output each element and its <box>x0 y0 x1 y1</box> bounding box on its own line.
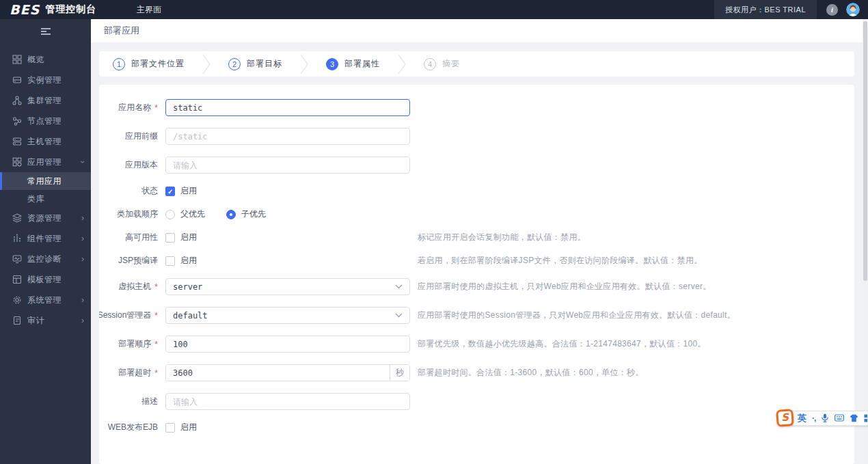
form-row-session-manager: Session管理器*default应用部署时使用的Session管理器，只对W… <box>99 307 854 324</box>
sidebar-item-component[interactable]: 组件管理› <box>0 228 91 249</box>
status-label: 状态 <box>99 185 158 197</box>
app-version-input[interactable] <box>165 156 410 174</box>
virtual-host-select[interactable]: server <box>165 278 410 295</box>
high-availability-checkbox-label: 启用 <box>180 232 197 243</box>
sidebar-item-node[interactable]: 节点管理 <box>0 111 91 131</box>
sidebar-item-cluster[interactable]: 集群管理 <box>0 90 91 111</box>
sidebar-item-label: 系统管理 <box>27 295 81 306</box>
session-manager-control: default <box>165 307 410 324</box>
app-prefix-label: 应用前缀 <box>99 131 158 142</box>
tab-main-ui[interactable]: 主界面 <box>137 4 161 16</box>
sidebar-item-monitor[interactable]: 监控诊断› <box>0 249 91 269</box>
jsp-precompile-label: JSP预编译 <box>99 255 158 267</box>
high-availability-checkbox[interactable] <box>165 233 175 243</box>
wizard-step-4[interactable]: 4摘要 <box>424 58 460 70</box>
class-load-order-radio-0[interactable] <box>165 210 175 219</box>
sidebar-item-label: 模板管理 <box>27 274 84 286</box>
sidebar-item-label: 常用应用 <box>27 176 84 187</box>
sidebar-item-common-app[interactable]: 常用应用 <box>0 172 91 190</box>
sidebar-item-host[interactable]: 主机管理 <box>0 131 91 152</box>
app-name-label: 应用名称* <box>99 102 158 113</box>
ime-punctuation-toggle[interactable]: ·, <box>812 413 815 423</box>
microphone-icon[interactable] <box>821 413 829 422</box>
class-load-order-radio-1[interactable] <box>226 210 236 219</box>
deploy-timeout-input[interactable] <box>166 365 390 381</box>
deploy-order-input[interactable] <box>165 336 410 353</box>
deploy-timeout-help-text: 部署超时时间。合法值：1-3600，默认值：600，单位：秒。 <box>418 367 644 379</box>
form-row-virtual-host: 虚拟主机*server应用部署时使用的虚拟主机，只对Web应用和企业应用有效。默… <box>99 278 854 295</box>
form-row-status: 状态启用 <box>99 185 854 197</box>
required-asterisk: * <box>154 311 158 320</box>
sidebar-item-template[interactable]: 模板管理 <box>0 269 91 290</box>
avatar[interactable] <box>846 3 860 16</box>
info-icon[interactable]: i <box>826 4 838 16</box>
form-row-app-version: 应用版本 <box>99 156 854 174</box>
sidebar-collapse-icon[interactable] <box>0 19 91 44</box>
resource-icon <box>12 213 22 223</box>
sidebar-item-label: 审计 <box>27 315 81 327</box>
app-name-input[interactable] <box>165 99 410 116</box>
step-label: 部署属性 <box>344 58 380 70</box>
sidebar-item-label: 监控诊断 <box>27 254 81 265</box>
chevron-down-icon: › <box>79 161 87 163</box>
web-publish-ejb-checkbox[interactable] <box>165 423 175 433</box>
chevron-down-icon <box>395 284 403 289</box>
system-icon <box>12 295 22 305</box>
class-load-order-radio-label-1: 子优先 <box>241 208 266 220</box>
node-icon <box>12 116 22 126</box>
deploy-order-control <box>165 336 410 353</box>
wizard-step-1[interactable]: 1部署文件位置 <box>113 58 185 70</box>
sidebar-item-app[interactable]: 应用管理› <box>0 152 91 172</box>
required-asterisk: * <box>154 282 158 292</box>
step-separator-icon <box>202 53 211 75</box>
scrollbar-thumb[interactable] <box>863 21 867 281</box>
form-row-app-prefix: 应用前缀 <box>99 128 854 145</box>
chevron-right-icon: › <box>81 316 84 325</box>
chevron-right-icon: › <box>81 214 84 222</box>
logo-bes-text: BES <box>10 3 40 16</box>
step-wizard: 1部署文件位置2部署目标3部署属性4摘要 <box>99 51 854 77</box>
sidebar-item-audit[interactable]: 审计› <box>0 310 91 331</box>
wizard-step-2[interactable]: 2部署目标 <box>228 58 282 70</box>
class-load-order-radio-group: 父优先子优先 <box>165 208 266 220</box>
sidebar-item-overview[interactable]: 概览 <box>0 49 91 70</box>
form-row-high-availability: 高可用性启用标记应用开启会话复制功能，默认值：禁用。 <box>99 232 854 243</box>
session-manager-help-text: 应用部署时使用的Session管理器，只对Web应用和企业应用有效。默认值：de… <box>418 310 735 321</box>
high-availability-control: 启用 <box>165 232 410 243</box>
deploy-timeout-unit-label: 秒 <box>390 365 409 381</box>
sidebar-item-resource[interactable]: 资源管理› <box>0 208 91 228</box>
skin-icon[interactable] <box>850 414 858 422</box>
ime-language-toggle[interactable]: 英 <box>798 412 806 424</box>
deploy-order-label: 部署顺序* <box>99 338 158 350</box>
form-row-class-load-order: 类加载顺序父优先子优先 <box>99 208 854 220</box>
step-number: 2 <box>228 58 241 70</box>
sidebar-item-instance[interactable]: 实例管理 <box>0 70 91 90</box>
chevron-right-icon: › <box>81 234 84 243</box>
sidebar-item-system[interactable]: 系统管理› <box>0 290 91 310</box>
chevron-down-icon <box>395 313 403 318</box>
app-version-control <box>165 156 410 174</box>
form-row-jsp-precompile: JSP预编译启用若启用，则在部署阶段编译JSP文件，否则在访问阶段编译。默认值：… <box>99 255 854 267</box>
description-input[interactable] <box>165 393 410 410</box>
session-manager-select[interactable]: default <box>165 307 410 324</box>
sogou-logo-icon[interactable]: S <box>776 409 794 427</box>
status-checkbox[interactable] <box>165 187 175 196</box>
app-prefix-input[interactable] <box>165 128 410 145</box>
high-availability-help-text: 标记应用开启会话复制功能，默认值：禁用。 <box>418 232 586 243</box>
jsp-precompile-checkbox[interactable] <box>165 256 175 266</box>
virtual-host-control: server <box>165 278 410 295</box>
step-label: 部署目标 <box>247 58 282 70</box>
instance-icon <box>12 75 22 85</box>
form-rows: 应用名称*应用前缀应用版本状态启用类加载顺序父优先子优先高可用性启用标记应用开启… <box>99 99 854 433</box>
sidebar-item-label: 集群管理 <box>27 95 84 107</box>
chevron-right-icon: › <box>81 255 84 263</box>
vertical-scrollbar[interactable] <box>863 19 868 464</box>
sidebar-item-class-lib[interactable]: 类库 <box>0 190 91 208</box>
virtual-keyboard-icon[interactable] <box>835 414 844 422</box>
step-number: 1 <box>113 58 125 70</box>
wizard-step-3[interactable]: 3部署属性 <box>326 58 380 70</box>
cluster-icon <box>12 96 22 105</box>
deploy-timeout-label: 部署超时* <box>99 367 158 379</box>
toolbox-icon[interactable] <box>864 414 868 422</box>
jsp-precompile-help-text: 若启用，则在部署阶段编译JSP文件，否则在访问阶段编译。默认值：禁用。 <box>418 255 703 267</box>
